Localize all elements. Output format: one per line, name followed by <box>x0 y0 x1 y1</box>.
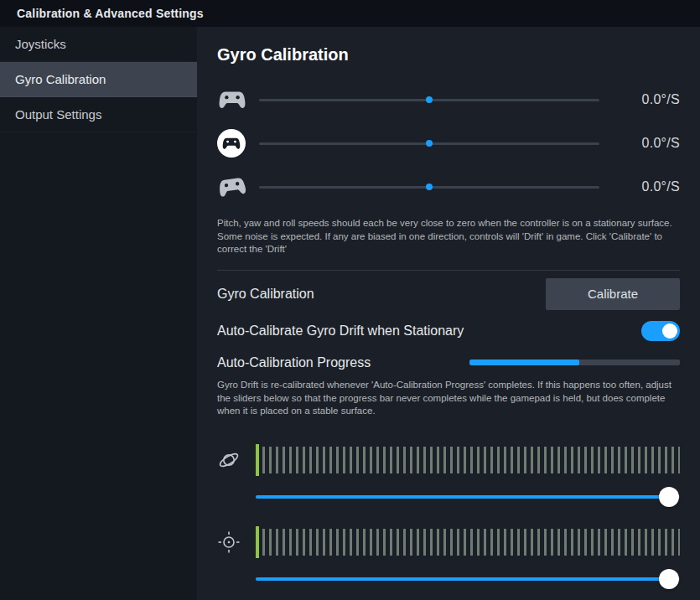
gyro-speed-meter-roll <box>259 186 599 189</box>
meter-peak-bar <box>256 526 259 558</box>
auto-calibrate-row: Auto-Calibrate Gyro Drift when Stationar… <box>217 321 680 341</box>
window-title: Calibration & Advanced Settings <box>17 7 204 20</box>
gyro-speed-row-pitch: 0.0°/S <box>217 78 680 122</box>
section-divider <box>217 270 680 271</box>
sidebar-item-output-settings[interactable]: Output Settings <box>0 97 197 132</box>
gyro-speed-value-roll: 0.0°/S <box>614 179 680 194</box>
title-bar: Calibration & Advanced Settings <box>0 0 700 27</box>
threshold-slider-precision[interactable] <box>256 569 680 589</box>
sidebar-item-gyro-calibration[interactable]: Gyro Calibration <box>0 62 197 97</box>
gyro-speed-row-yaw: 0.0°/S <box>217 122 680 165</box>
gamepad-top-circle <box>217 129 246 158</box>
gyro-speed-row-roll: 0.0°/S <box>217 165 680 209</box>
gyro-speed-value-pitch: 0.0°/S <box>614 92 680 107</box>
auto-calibration-progress-bar <box>469 359 680 365</box>
progress-note: Gyro Drift is re-calibrated whenever 'Au… <box>217 379 680 418</box>
auto-calibrate-label: Auto-Calibrate Gyro Drift when Stationar… <box>217 323 464 339</box>
sidebar-item-joysticks[interactable]: Joysticks <box>0 27 197 62</box>
meter-dot <box>426 140 433 147</box>
gyro-speed-value-yaw: 0.0°/S <box>614 136 680 151</box>
meter-dot <box>426 96 433 103</box>
slider-track[interactable] <box>256 495 680 499</box>
page-title: Gyro Calibration <box>217 45 680 65</box>
slider-thumb[interactable] <box>659 487 679 507</box>
auto-calibrate-toggle[interactable] <box>641 321 680 341</box>
precision-target-icon <box>217 529 256 556</box>
gamepad-top-icon <box>217 129 259 158</box>
slider-thumb[interactable] <box>659 569 679 589</box>
gyro-calibration-row: Gyro Calibration Calibrate <box>217 278 680 310</box>
gyro-rotation-icon <box>217 447 256 473</box>
noise-threshold-group-rotation <box>217 447 680 507</box>
gyro-calibration-label: Gyro Calibration <box>217 287 314 302</box>
gyro-speed-meter-yaw <box>259 142 599 145</box>
auto-calibration-progress-label: Auto-Calibration Progress <box>217 355 371 370</box>
meter-dot <box>426 184 433 190</box>
slider-track[interactable] <box>256 577 680 581</box>
gamepad-front-icon <box>217 90 259 110</box>
gyro-speed-meter-pitch <box>259 99 599 101</box>
meter-peak-bar <box>256 444 259 476</box>
toggle-knob <box>662 323 677 339</box>
threshold-slider-rotation[interactable] <box>256 487 680 507</box>
settings-sidebar: Joysticks Gyro Calibration Output Settin… <box>0 27 197 600</box>
gamepad-tilt-icon <box>217 177 259 197</box>
progress-fill <box>469 359 579 365</box>
noise-threshold-group-precision <box>217 529 680 589</box>
calibrate-button[interactable]: Calibrate <box>546 278 680 310</box>
noise-meter-precision <box>256 529 680 556</box>
calibration-note: Pitch, yaw and roll speeds should each b… <box>217 217 680 256</box>
noise-meter-rotation <box>256 447 680 473</box>
auto-calibration-progress-row: Auto-Calibration Progress <box>217 355 680 370</box>
gyro-calibration-panel: Gyro Calibration 0.0°/S <box>197 27 700 600</box>
